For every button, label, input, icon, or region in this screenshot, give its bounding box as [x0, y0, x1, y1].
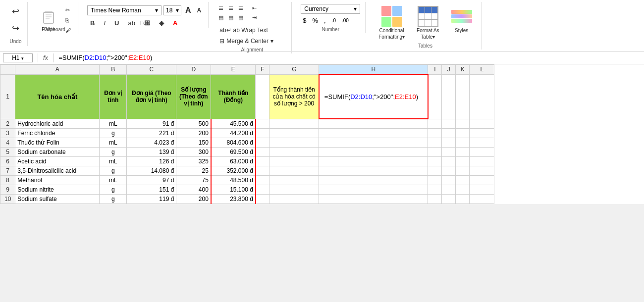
- undo-button[interactable]: ↩: [9, 4, 22, 19]
- cell-f7[interactable]: [256, 166, 269, 175]
- cell-e10[interactable]: 23.800 đ: [211, 194, 256, 203]
- dec-more-button[interactable]: .00: [340, 17, 351, 24]
- cell-g7[interactable]: [269, 166, 319, 175]
- cell-i1[interactable]: [428, 74, 442, 119]
- cell-e8[interactable]: 48.500 đ: [211, 175, 256, 185]
- cell-i6[interactable]: [428, 156, 442, 166]
- row-header-6[interactable]: 6: [0, 156, 15, 166]
- cell-j4[interactable]: [442, 138, 456, 147]
- cell-l8[interactable]: [470, 175, 494, 185]
- align-top-left-button[interactable]: ☰: [216, 4, 225, 12]
- col-header-c[interactable]: C: [127, 65, 176, 75]
- indent-increase-button[interactable]: ⇥: [250, 13, 259, 22]
- row-header-5[interactable]: 5: [0, 147, 15, 156]
- cell-j8[interactable]: [442, 175, 456, 185]
- cell-j9[interactable]: [442, 185, 456, 194]
- comma-button[interactable]: ,: [322, 16, 328, 25]
- cell-i9[interactable]: [428, 185, 442, 194]
- cell-i8[interactable]: [428, 175, 442, 185]
- cell-l5[interactable]: [470, 147, 494, 156]
- decrease-font-button[interactable]: A: [195, 6, 204, 15]
- cell-b5[interactable]: g: [100, 147, 127, 156]
- cell-c4[interactable]: 4.023 đ: [127, 138, 176, 147]
- cell-c3[interactable]: 221 đ: [127, 128, 176, 138]
- cell-b6[interactable]: mL: [100, 156, 127, 166]
- cell-k6[interactable]: [456, 156, 470, 166]
- cell-b8[interactable]: mL: [100, 175, 127, 185]
- number-format-dropdown[interactable]: Currency ▾: [301, 4, 360, 14]
- cell-f3[interactable]: [256, 128, 269, 138]
- cell-c8[interactable]: 97 đ: [127, 175, 176, 185]
- cell-g3[interactable]: [269, 128, 319, 138]
- cell-b10[interactable]: g: [100, 194, 127, 203]
- cell-h4[interactable]: [319, 138, 428, 147]
- col-header-f[interactable]: F: [256, 65, 269, 75]
- cell-d2[interactable]: 500: [176, 119, 211, 128]
- cell-e3[interactable]: 44.200 đ: [211, 128, 256, 138]
- cell-h2[interactable]: [319, 119, 428, 128]
- cell-g2[interactable]: [269, 119, 319, 128]
- col-header-a[interactable]: A: [15, 65, 100, 75]
- cell-l6[interactable]: [470, 156, 494, 166]
- cell-c10[interactable]: 119 đ: [127, 194, 176, 203]
- cell-b7[interactable]: g: [100, 166, 127, 175]
- cell-h8[interactable]: [319, 175, 428, 185]
- col-header-e[interactable]: E: [211, 65, 256, 75]
- cell-c2[interactable]: 91 đ: [127, 119, 176, 128]
- cell-f2[interactable]: [256, 119, 269, 128]
- cell-c9[interactable]: 151 đ: [127, 185, 176, 194]
- cell-k10[interactable]: [456, 194, 470, 203]
- cell-h9[interactable]: [319, 185, 428, 194]
- cell-l9[interactable]: [470, 185, 494, 194]
- col-header-g[interactable]: G: [269, 65, 319, 75]
- align-top-right-button[interactable]: ☰: [236, 4, 245, 12]
- cell-l7[interactable]: [470, 166, 494, 175]
- cell-l4[interactable]: [470, 138, 494, 147]
- cell-k2[interactable]: [456, 119, 470, 128]
- cell-h1[interactable]: =SUMIF(D2:D10;">200";E2:E10): [319, 74, 428, 119]
- cell-l3[interactable]: [470, 128, 494, 138]
- col-header-j[interactable]: J: [442, 65, 456, 75]
- cell-e9[interactable]: 15.100 đ: [211, 185, 256, 194]
- cell-b3[interactable]: g: [100, 128, 127, 138]
- cell-f4[interactable]: [256, 138, 269, 147]
- cell-j7[interactable]: [442, 166, 456, 175]
- cell-k8[interactable]: [456, 175, 470, 185]
- cell-e6[interactable]: 63.000 đ: [211, 156, 256, 166]
- dec-less-button[interactable]: .0: [330, 17, 338, 24]
- cell-h10[interactable]: [319, 194, 428, 203]
- percent-button[interactable]: %: [310, 16, 320, 25]
- cell-d6[interactable]: 325: [176, 156, 211, 166]
- cell-j2[interactable]: [442, 119, 456, 128]
- cell-d7[interactable]: 25: [176, 166, 211, 175]
- cell-a1[interactable]: Tên hóa chất: [15, 74, 100, 119]
- cell-f5[interactable]: [256, 147, 269, 156]
- cell-d4[interactable]: 150: [176, 138, 211, 147]
- cell-a3[interactable]: Ferric chloride: [15, 128, 100, 138]
- cell-f6[interactable]: [256, 156, 269, 166]
- cell-d10[interactable]: 200: [176, 194, 211, 203]
- col-header-i[interactable]: I: [428, 65, 442, 75]
- cell-a5[interactable]: Sodium carbonate: [15, 147, 100, 156]
- cell-i3[interactable]: [428, 128, 442, 138]
- row-header-9[interactable]: 9: [0, 185, 15, 194]
- cell-k4[interactable]: [456, 138, 470, 147]
- cell-b2[interactable]: mL: [100, 119, 127, 128]
- cell-k1[interactable]: [456, 74, 470, 119]
- align-left-button[interactable]: ▤: [216, 13, 225, 22]
- cell-c6[interactable]: 126 đ: [127, 156, 176, 166]
- cell-a7[interactable]: 3,5-Dinitrosalicilic acid: [15, 166, 100, 175]
- cell-c5[interactable]: 139 đ: [127, 147, 176, 156]
- font-name-dropdown[interactable]: Times New Roman ▾: [87, 5, 161, 15]
- indent-decrease-button[interactable]: ⇤: [250, 4, 259, 12]
- cell-j10[interactable]: [442, 194, 456, 203]
- cell-k9[interactable]: [456, 185, 470, 194]
- col-header-h[interactable]: H: [319, 65, 428, 75]
- copy-button[interactable]: ⎘: [63, 16, 73, 24]
- cut-button[interactable]: ✂: [63, 6, 73, 14]
- merge-center-button[interactable]: ⊟ Merge & Center ▾: [216, 37, 287, 46]
- row-header-10[interactable]: 10: [0, 194, 15, 203]
- cell-e4[interactable]: 804.600 đ: [211, 138, 256, 147]
- row-header-8[interactable]: 8: [0, 175, 15, 185]
- font-size-dropdown[interactable]: 18 ▾: [163, 5, 181, 15]
